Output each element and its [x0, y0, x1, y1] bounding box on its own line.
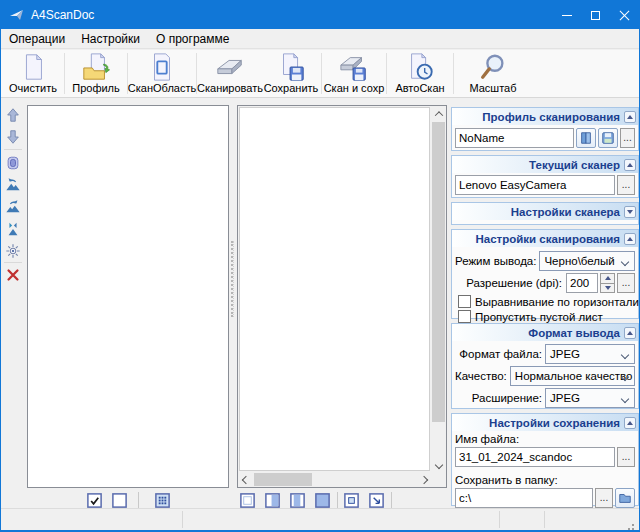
scanner-browse-button[interactable]: ...: [617, 175, 635, 195]
scan-area-button[interactable]: СканОбласть: [129, 50, 195, 97]
align-horizontal-label: Выравнивание по горизонтали: [475, 296, 639, 308]
close-button[interactable]: [610, 1, 639, 29]
triangle-up-icon: [627, 421, 633, 425]
move-up-button[interactable]: [3, 105, 23, 125]
minimize-button[interactable]: [552, 1, 581, 29]
title-bar: A4ScanDoc: [1, 1, 639, 29]
filename-input[interactable]: [455, 447, 615, 467]
menu-operations[interactable]: Операции: [1, 29, 73, 48]
collapse-button[interactable]: [624, 233, 636, 245]
quality-select[interactable]: Нормальное качество: [510, 366, 635, 386]
horizontal-scroll-thumb[interactable]: [254, 473, 312, 486]
save-profile-button[interactable]: [598, 128, 618, 148]
fit-to-window-button[interactable]: [367, 491, 386, 509]
horizontal-scrollbar[interactable]: [238, 472, 431, 487]
resolution-browse-button[interactable]: ...: [617, 273, 635, 293]
select-all-button[interactable]: [85, 491, 104, 509]
expand-button[interactable]: [624, 206, 636, 218]
preview-canvas[interactable]: [239, 107, 430, 471]
rotate-right-button[interactable]: [3, 197, 23, 217]
folder-input[interactable]: [455, 488, 593, 508]
delete-page-icon: [5, 267, 21, 283]
resolution-input[interactable]: [566, 273, 598, 293]
scanner-name-input[interactable]: [455, 175, 615, 195]
deselect-all-button[interactable]: [110, 491, 129, 509]
profile-folder-icon: [80, 52, 112, 82]
output-format-header: Формат вывода: [452, 324, 638, 341]
thumbnail-view-button[interactable]: [153, 491, 172, 509]
folder-browse-button[interactable]: ...: [595, 488, 613, 508]
resize-grip[interactable]: [632, 524, 634, 526]
profile-name-input[interactable]: [455, 128, 574, 148]
app-window: A4ScanDoc Операции Настройки О программе…: [0, 0, 640, 532]
view-fill-full-icon: [314, 492, 331, 509]
profile-browse-button[interactable]: ...: [620, 128, 635, 148]
spin-up-button[interactable]: [600, 273, 615, 284]
save-button[interactable]: Сохранить: [262, 50, 320, 97]
resolution-label: Разрешение (dpi):: [455, 277, 564, 289]
chevron-down-icon: [434, 460, 442, 468]
align-horizontal-checkbox[interactable]: [458, 295, 471, 308]
extension-select[interactable]: JPEG: [545, 388, 635, 408]
skip-blank-checkbox[interactable]: [458, 310, 471, 323]
vertical-scroll-thumb[interactable]: [432, 122, 445, 422]
collapse-button[interactable]: [624, 111, 636, 123]
extension-value: JPEG: [550, 392, 580, 404]
scanner-section-header: Текущий сканер: [452, 156, 638, 173]
clear-button[interactable]: Очистить: [3, 50, 63, 97]
delete-page-button[interactable]: [3, 265, 23, 285]
scan-and-save-button[interactable]: Скан и сохр: [323, 50, 385, 97]
panel-splitter[interactable]: [229, 105, 237, 488]
side-toolbar-separator: [4, 262, 22, 263]
zoom-button[interactable]: Масштаб: [455, 50, 531, 97]
rotate-left-button[interactable]: [3, 175, 23, 195]
output-mode-select[interactable]: Черно\белый: [539, 251, 635, 271]
scanner-settings-section: Настройки сканера: [451, 202, 639, 225]
profile-button[interactable]: Профиль: [66, 50, 126, 97]
view-empty-icon: [239, 492, 256, 509]
brightness-button[interactable]: [3, 241, 23, 261]
view-mode-full-button[interactable]: [313, 491, 332, 509]
scan-button[interactable]: Сканировать: [198, 50, 262, 97]
scan-settings-section: Настройки сканирования Режим вывода: Чер…: [451, 229, 639, 319]
vertical-scrollbar[interactable]: [431, 106, 446, 472]
menu-settings[interactable]: Настройки: [73, 29, 148, 48]
spin-down-button[interactable]: [600, 284, 615, 294]
file-format-label: Формат файла:: [455, 348, 545, 360]
scroll-up-button[interactable]: [431, 106, 446, 121]
flip-icon: [5, 221, 21, 237]
maximize-button[interactable]: [581, 1, 610, 29]
autoscan-label: АвтоСкан: [395, 82, 444, 94]
collapse-button[interactable]: [624, 327, 636, 339]
toolbar-separator: [321, 53, 322, 94]
window-title: A4ScanDoc: [31, 8, 94, 22]
rotate-left-icon: [5, 177, 21, 193]
menu-about[interactable]: О программе: [148, 29, 237, 48]
folder-label: Сохранить в папку:: [455, 474, 558, 486]
open-folder-button[interactable]: [615, 488, 635, 508]
filename-browse-button[interactable]: ...: [617, 447, 635, 467]
actual-size-button[interactable]: [342, 491, 361, 509]
autoscan-button[interactable]: АвтоСкан: [388, 50, 452, 97]
view-mode-empty-button[interactable]: [238, 491, 257, 509]
minimize-icon: [562, 15, 572, 16]
view-mode-left-button[interactable]: [288, 491, 307, 509]
save-settings-title: Настройки сохранения: [489, 417, 620, 429]
pages-list-panel[interactable]: [27, 105, 229, 488]
load-profile-button[interactable]: [576, 128, 596, 148]
actual-size-icon: [343, 492, 360, 509]
scroll-down-button[interactable]: [431, 457, 446, 472]
collapse-button[interactable]: [624, 159, 636, 171]
stamp-button[interactable]: [3, 153, 23, 173]
thumbnail-view-icon: [154, 492, 171, 509]
scroll-right-button[interactable]: [416, 472, 431, 487]
collapse-button[interactable]: [624, 417, 636, 429]
scroll-left-button[interactable]: [238, 472, 253, 487]
clear-label: Очистить: [9, 82, 57, 94]
file-format-value: JPEG: [550, 348, 580, 360]
file-format-select[interactable]: JPEG: [545, 344, 635, 364]
view-mode-right-button[interactable]: [263, 491, 282, 509]
save-label: Сохранить: [264, 82, 319, 94]
move-down-button[interactable]: [3, 127, 23, 147]
flip-button[interactable]: [3, 219, 23, 239]
